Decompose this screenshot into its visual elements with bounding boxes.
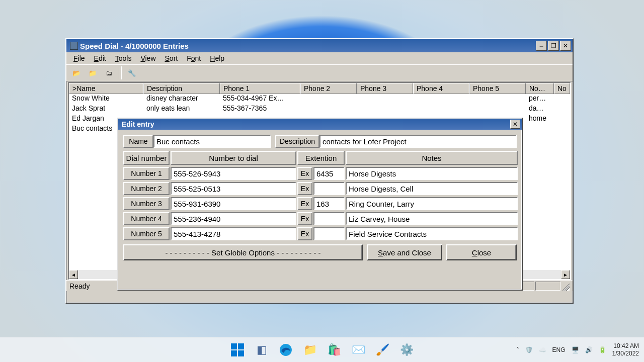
cell-phone3 [357,104,413,114]
cell-phone5 [469,104,526,114]
ex-label: Ex [297,212,312,225]
col-phone3[interactable]: Phone 3 [357,83,413,94]
notes4-input[interactable] [346,212,518,225]
set-global-options-button[interactable]: - - - - - - - - - - Set Globle Options -… [123,244,363,260]
menu-file[interactable]: File [69,53,89,63]
description-label-button[interactable]: Description [275,135,319,148]
cell-phone3 [357,94,413,104]
tray-chevron-icon[interactable]: ˄ [516,346,519,353]
number1-input[interactable] [171,167,296,180]
name-input[interactable] [153,135,271,148]
name-label-button[interactable]: Name [123,135,153,148]
toolbar-export-icon[interactable]: 📁 [86,66,100,79]
table-row[interactable]: Snow White disney character 555-034-4967… [69,94,570,104]
menu-font[interactable]: Font [183,53,205,63]
toolbar-folder-icon[interactable]: 🗂 [102,66,116,79]
number2-input[interactable] [171,182,296,195]
col-phone2[interactable]: Phone 2 [300,83,357,94]
resize-grip-icon[interactable] [560,282,570,291]
save-and-close-button[interactable]: Save and Close [367,244,442,260]
notes1-input[interactable] [346,167,518,180]
toolbar-tool-icon[interactable]: 🔧 [125,66,139,79]
menu-sort[interactable]: Sort [161,53,182,63]
cell-notes: per… [526,94,554,104]
col-name[interactable]: >Name [69,83,143,94]
dial-number-header: Dial number [123,151,170,165]
number-to-dial-header: Number to dial [171,151,296,165]
ex-label: Ex [297,182,312,195]
ext2-input[interactable] [313,182,345,195]
tray-date: 1/30/2022 [612,350,639,357]
col-desc[interactable]: Description [143,83,220,94]
mail-icon[interactable]: ✉️ [348,340,368,360]
scroll-right-icon[interactable]: ► [561,270,570,279]
taskbar[interactable]: ◧ 📁 🛍️ ✉️ 🖌️ ⚙️ ˄ 🛡️ ☁️ ENG 🖥️ 🔊 🔋 10:42… [0,337,644,362]
tray-time: 10:42 AM [612,342,639,349]
minimize-button[interactable]: _ [536,41,547,51]
tray-clock[interactable]: 10:42 AM 1/30/2022 [612,342,639,357]
notes2-input[interactable] [346,182,518,195]
edge-icon[interactable] [276,340,296,360]
tray-security-icon[interactable]: 🛡️ [525,346,533,353]
dialog-title: Edit entry [120,120,154,128]
cell-notes: da… [526,104,554,114]
cell-phone1: 555-034-4967 Ex… [220,94,300,104]
table-row[interactable]: Jack Sprat only eats lean 555-367-7365 d… [69,104,570,114]
number5-button[interactable]: Number 5 [123,227,170,240]
start-button[interactable] [227,340,248,360]
cell-name: Snow White [69,94,143,104]
app-icon [70,42,78,50]
description-input[interactable] [319,135,517,148]
ex-label: Ex [297,197,312,210]
store-icon[interactable]: 🛍️ [324,340,344,360]
number1-button[interactable]: Number 1 [123,167,170,180]
number3-input[interactable] [171,197,296,210]
ext4-input[interactable] [313,212,345,225]
ext1-input[interactable] [313,167,345,180]
number4-input[interactable] [171,212,296,225]
ex-label: Ex [297,227,312,240]
description-field[interactable] [323,137,514,146]
ext3-input[interactable] [313,197,345,210]
col-phone5[interactable]: Phone 5 [469,83,526,94]
col-phone1[interactable]: Phone 1 [220,83,300,94]
toolbar-open-icon[interactable]: 📂 [69,66,84,79]
app-icon[interactable]: 🖌️ [372,340,392,360]
notes5-input[interactable] [346,227,518,240]
menu-tools[interactable]: Tools [111,53,136,63]
col-notes1[interactable]: No… [526,83,554,94]
scroll-left-icon[interactable]: ◄ [69,270,78,279]
number4-button[interactable]: Number 4 [123,212,170,225]
notes-header: Notes [346,151,518,165]
menu-edit[interactable]: Edit [90,53,110,63]
menu-view[interactable]: View [136,53,159,63]
tray-language[interactable]: ENG [552,346,566,353]
name-field[interactable] [156,137,268,146]
tray-weather-icon[interactable]: ☁️ [539,346,546,353]
number5-input[interactable] [171,227,296,240]
col-phone4[interactable]: Phone 4 [413,83,469,94]
menu-help[interactable]: Help [206,53,228,63]
status-text: Ready [69,282,90,290]
number2-button[interactable]: Number 2 [123,182,170,195]
close-button[interactable]: ✕ [560,41,571,51]
cell-phone2 [300,94,357,104]
ext5-input[interactable] [313,227,345,240]
tray-display-icon[interactable]: 🖥️ [572,346,579,353]
col-notes2[interactable]: No [554,83,570,94]
settings-icon[interactable]: ⚙️ [396,340,417,360]
cell-phone1: 555-367-7365 [220,104,300,114]
tray-volume-icon[interactable]: 🔊 [585,346,593,353]
dialog-close-button[interactable]: ✕ [510,120,520,129]
tray-battery-icon[interactable]: 🔋 [599,346,606,353]
number3-button[interactable]: Number 3 [123,197,170,210]
dialog-titlebar[interactable]: Edit entry ✕ [118,119,522,130]
cell-phone5 [469,94,526,104]
ex-label: Ex [297,167,312,180]
task-view-icon[interactable]: ◧ [252,340,272,360]
notes3-input[interactable] [346,197,518,210]
close-dialog-button[interactable]: Close [446,244,517,260]
maximize-button[interactable]: ❐ [548,41,559,51]
main-titlebar[interactable]: Speed Dial - 4/1000000 Entries _ ❐ ✕ [66,39,573,52]
file-explorer-icon[interactable]: 📁 [300,340,320,360]
